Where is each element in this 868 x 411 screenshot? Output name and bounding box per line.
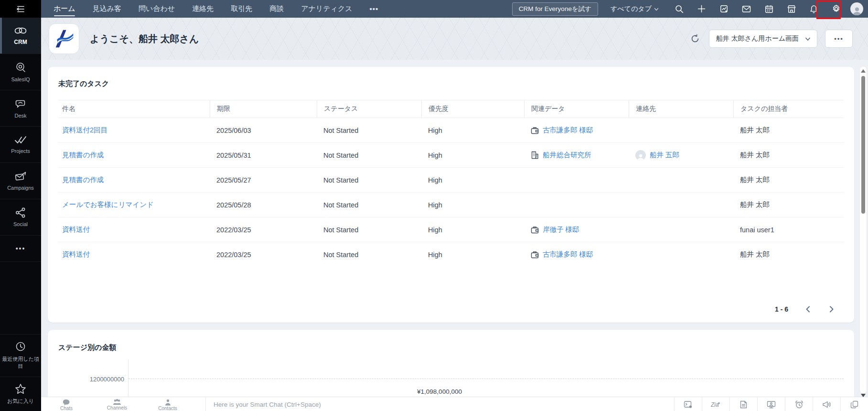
task-priority: High bbox=[421, 201, 524, 209]
table-row: 見積書の作成 2025/05/31 Not Started High 船井総合研… bbox=[58, 143, 844, 168]
task-subject-link[interactable]: 資料送付 bbox=[62, 225, 90, 234]
search-icon[interactable] bbox=[668, 0, 690, 18]
task-due-date: 2022/03/25 bbox=[210, 226, 317, 234]
calendar-icon[interactable] bbox=[758, 0, 780, 18]
task-status: Not Started bbox=[317, 226, 421, 234]
task-subject-link[interactable]: メールでお客様にリマインド bbox=[62, 200, 154, 209]
copy-stack-icon[interactable] bbox=[840, 397, 868, 411]
chat-tab-label: Chats bbox=[60, 406, 73, 411]
previous-page-icon[interactable] bbox=[804, 305, 812, 313]
hamburger-icon bbox=[16, 5, 25, 13]
column-due-date[interactable]: 期限 bbox=[210, 100, 317, 118]
app-menu-toggle[interactable] bbox=[0, 0, 41, 18]
sidebar-item-campaigns[interactable]: Campaigns bbox=[0, 163, 41, 199]
sidebar-item-label: Social bbox=[13, 221, 28, 227]
next-page-icon[interactable] bbox=[828, 305, 835, 313]
sidebar-item-favorites[interactable]: お気に入り bbox=[0, 377, 41, 411]
task-due-date: 2025/06/03 bbox=[210, 127, 317, 134]
sidebar-item-recent[interactable]: 最近使用した項目 bbox=[0, 334, 41, 377]
home-view-selector[interactable]: 船井 太郎さん用ホーム画面 bbox=[709, 30, 817, 48]
column-related[interactable]: 関連データ bbox=[524, 100, 629, 118]
all-tabs-dropdown[interactable]: すべてのタブ bbox=[611, 5, 658, 13]
tab-analytics[interactable]: アナリティクス bbox=[301, 0, 352, 18]
zia-icon[interactable]: Zia bbox=[702, 397, 729, 411]
task-subject-link[interactable]: 資料送付2回目 bbox=[62, 126, 107, 135]
reminder-icon[interactable] bbox=[785, 397, 813, 411]
settings-icon[interactable] bbox=[825, 0, 847, 18]
task-due-date: 2025/05/31 bbox=[210, 151, 317, 159]
task-owner: 船井 太郎 bbox=[733, 126, 844, 135]
sidebar-item-label: Campaigns bbox=[7, 185, 34, 191]
chat-tab-contacts[interactable]: Contacts bbox=[142, 397, 193, 411]
task-owner: 船井 太郎 bbox=[733, 200, 844, 209]
open-tasks-widget: 未完了のタスク 件名 期限 ステータス 優先度 関連データ 連絡先 タスクの担当… bbox=[48, 67, 854, 323]
sidebar-more-apps[interactable]: ••• bbox=[0, 236, 41, 262]
related-record-link[interactable]: 船井総合研究所 bbox=[543, 151, 591, 160]
chat-tab-channels[interactable]: Channels bbox=[92, 397, 142, 411]
task-priority: High bbox=[421, 226, 524, 234]
task-priority: High bbox=[421, 127, 524, 134]
notes-icon[interactable] bbox=[729, 397, 757, 411]
sidebar-item-social[interactable]: Social bbox=[0, 199, 41, 236]
task-status: Not Started bbox=[317, 201, 421, 209]
presentation-icon[interactable] bbox=[757, 397, 785, 411]
user-avatar[interactable] bbox=[850, 2, 863, 15]
home-more-options-button[interactable]: ••• bbox=[825, 30, 853, 48]
sidebar-item-label: Desk bbox=[14, 113, 26, 119]
task-due-date: 2022/03/25 bbox=[210, 251, 317, 259]
scrollbar-thumb[interactable] bbox=[861, 76, 865, 214]
chat-tab-label: Contacts bbox=[158, 406, 177, 411]
task-owner: 船井 太郎 bbox=[733, 250, 844, 259]
salesiq-icon bbox=[15, 62, 26, 73]
task-owner: funai user1 bbox=[733, 226, 844, 234]
add-icon[interactable] bbox=[690, 0, 713, 18]
smart-chat-input[interactable] bbox=[206, 397, 674, 411]
mail-icon[interactable] bbox=[735, 0, 758, 18]
tab-leads[interactable]: 見込み客 bbox=[93, 0, 121, 18]
tab-more[interactable]: ••• bbox=[370, 1, 379, 17]
task-subject-link[interactable]: 資料送付 bbox=[62, 250, 90, 259]
task-priority: High bbox=[421, 251, 524, 259]
activity-icon[interactable] bbox=[713, 0, 735, 18]
column-subject[interactable]: 件名 bbox=[58, 100, 210, 118]
task-subject-link[interactable]: 見積書の作成 bbox=[62, 175, 104, 184]
deal-icon bbox=[531, 226, 539, 234]
sidebar-item-crm[interactable]: CRM bbox=[0, 18, 41, 54]
channels-group-icon bbox=[113, 399, 121, 405]
account-building-icon bbox=[531, 151, 539, 159]
crm-for-everyone-button[interactable]: CRM for Everyoneを試す bbox=[512, 2, 598, 16]
welcome-message: ようこそ、船井 太郎さん bbox=[90, 32, 199, 45]
tab-inquiries[interactable]: 問い合わせ bbox=[139, 0, 175, 18]
contact-link[interactable]: 船井 五郎 bbox=[650, 151, 679, 160]
task-due-date: 2025/05/28 bbox=[210, 201, 317, 209]
notifications-icon[interactable] bbox=[803, 0, 825, 18]
scroll-up-arrow-icon[interactable] bbox=[861, 69, 866, 73]
sidebar-item-salesiq[interactable]: SalesIQ bbox=[0, 54, 41, 90]
app-sidebar: CRM SalesIQ Desk Projects bbox=[0, 18, 41, 411]
marketplace-icon[interactable] bbox=[780, 0, 803, 18]
company-logo bbox=[49, 23, 79, 54]
column-status[interactable]: ステータス bbox=[317, 100, 421, 118]
tab-deals[interactable]: 商談 bbox=[269, 0, 284, 18]
tab-home[interactable]: ホーム bbox=[54, 0, 75, 18]
sidebar-item-projects[interactable]: Projects bbox=[0, 127, 41, 163]
related-record-link[interactable]: 古市謙多郎 様邸 bbox=[543, 250, 593, 259]
command-console-icon[interactable] bbox=[674, 397, 702, 411]
column-owner[interactable]: タスクの担当者 bbox=[733, 100, 844, 118]
tab-contacts[interactable]: 連絡先 bbox=[192, 0, 214, 18]
column-priority[interactable]: 優先度 bbox=[421, 100, 524, 118]
chat-tab-chats[interactable]: Chats bbox=[41, 397, 92, 411]
tasks-widget-title: 未完了のタスク bbox=[58, 67, 844, 88]
chat-tab-label: Channels bbox=[107, 405, 127, 411]
refresh-icon[interactable] bbox=[689, 32, 701, 45]
related-record-link[interactable]: 古市謙多郎 様邸 bbox=[543, 126, 593, 135]
sidebar-item-desk[interactable]: Desk bbox=[0, 90, 41, 127]
main-scrollbar[interactable] bbox=[859, 66, 867, 394]
tab-accounts[interactable]: 取引先 bbox=[231, 0, 252, 18]
table-row: 資料送付 2022/03/25 Not Started High 岸徹子 様邸 … bbox=[58, 217, 844, 242]
task-subject-link[interactable]: 見積書の作成 bbox=[62, 151, 104, 160]
related-record-link[interactable]: 岸徹子 様邸 bbox=[543, 225, 579, 234]
scroll-down-arrow-icon[interactable] bbox=[861, 394, 866, 397]
announcement-icon[interactable] bbox=[813, 397, 840, 411]
column-contact[interactable]: 連絡先 bbox=[629, 100, 733, 118]
